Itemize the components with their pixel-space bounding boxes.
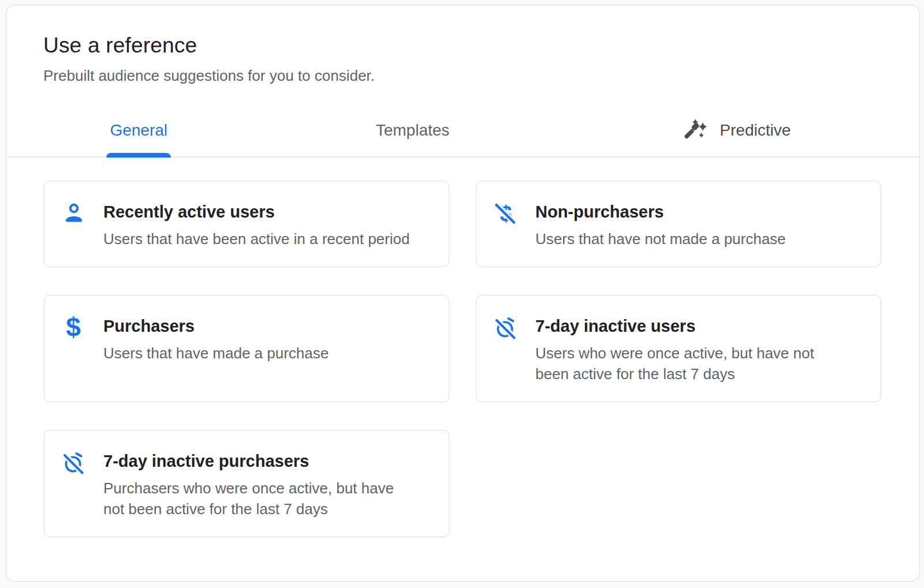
tab-general-label: General bbox=[110, 121, 167, 140]
card-description: Users that have made a purchase bbox=[103, 343, 329, 364]
card-non-purchasers[interactable]: $ Non-purchasers Users that have not mad… bbox=[476, 181, 881, 267]
card-purchasers[interactable]: $ Purchasers Users that have made a purc… bbox=[44, 295, 449, 402]
card-title: 7-day inactive users bbox=[535, 315, 841, 337]
card-7day-inactive-purchasers[interactable]: 7-day inactive purchasers Purchasers who… bbox=[44, 430, 449, 537]
timer-off-icon bbox=[62, 451, 85, 474]
person-icon bbox=[62, 202, 85, 225]
card-recently-active-users[interactable]: Recently active users Users that have be… bbox=[44, 181, 449, 267]
page-subtitle: Prebuilt audience suggestions for you to… bbox=[43, 66, 882, 85]
card-description: Users who were once active, but have not… bbox=[535, 343, 841, 384]
card-title: Recently active users bbox=[103, 201, 409, 223]
card-description: Users that have been active in a recent … bbox=[103, 229, 409, 249]
card-title: 7-day inactive purchasers bbox=[103, 450, 409, 472]
tab-predictive-label: Predictive bbox=[720, 121, 791, 140]
card-text: Recently active users Users that have be… bbox=[103, 201, 409, 249]
tab-templates[interactable]: Templates bbox=[271, 104, 554, 156]
card-7day-inactive-users[interactable]: 7-day inactive users Users who were once… bbox=[476, 295, 881, 402]
tab-bar: General Templates Predictive bbox=[6, 104, 919, 158]
active-tab-indicator bbox=[106, 153, 171, 158]
panel-header: Use a reference Prebuilt audience sugges… bbox=[6, 5, 919, 85]
use-reference-panel: Use a reference Prebuilt audience sugges… bbox=[6, 5, 920, 582]
magic-wand-icon bbox=[683, 118, 708, 143]
card-text: 7-day inactive users Users who were once… bbox=[535, 315, 841, 384]
card-text: Non-purchasers Users that have not made … bbox=[535, 201, 786, 249]
dollar-icon: $ bbox=[62, 316, 85, 339]
tab-general[interactable]: General bbox=[6, 104, 271, 156]
page-title: Use a reference bbox=[43, 33, 882, 58]
card-description: Purchasers who were once active, but hav… bbox=[103, 478, 409, 519]
card-text: 7-day inactive purchasers Purchasers who… bbox=[103, 450, 409, 519]
card-title: Non-purchasers bbox=[535, 201, 786, 223]
svg-text:$: $ bbox=[66, 312, 81, 342]
card-description: Users that have not made a purchase bbox=[535, 229, 786, 249]
card-title: Purchasers bbox=[103, 315, 329, 337]
card-text: Purchasers Users that have made a purcha… bbox=[103, 315, 329, 384]
money-off-icon: $ bbox=[494, 202, 517, 225]
tab-templates-label: Templates bbox=[376, 121, 450, 140]
timer-off-icon bbox=[494, 316, 517, 339]
audience-suggestion-grid: Recently active users Users that have be… bbox=[6, 158, 919, 537]
tab-predictive[interactable]: Predictive bbox=[554, 104, 919, 156]
